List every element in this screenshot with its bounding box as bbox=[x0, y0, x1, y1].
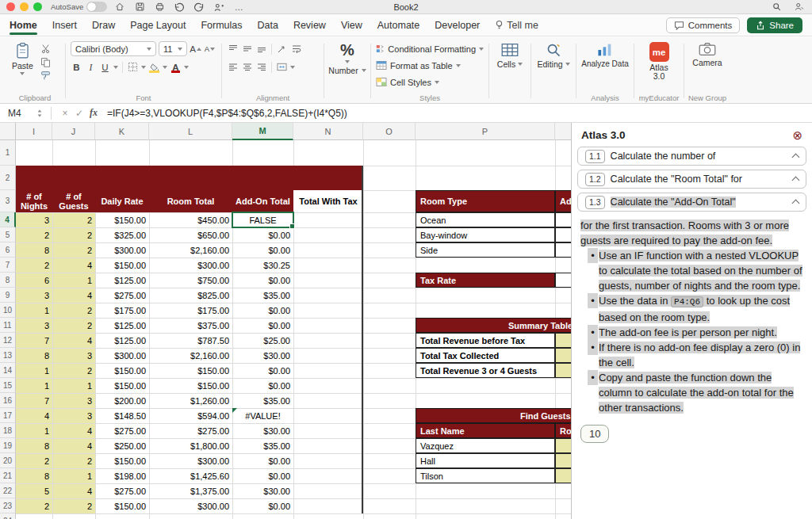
cell-K5[interactable]: $325.00 bbox=[95, 227, 149, 242]
cell-M15[interactable]: $0.00 bbox=[232, 378, 293, 393]
home-icon[interactable] bbox=[113, 1, 127, 13]
cell-M10[interactable]: $0.00 bbox=[232, 303, 293, 318]
cell-K15[interactable]: $150.00 bbox=[95, 378, 149, 393]
minimize-window-button[interactable] bbox=[20, 2, 29, 11]
name-box[interactable]: M4 bbox=[0, 108, 35, 119]
cell-L17[interactable]: $594.00 bbox=[149, 408, 232, 423]
cell-L22[interactable]: $1,375.00 bbox=[149, 483, 232, 498]
atlas-button[interactable]: me Atlas3.0 bbox=[647, 41, 672, 82]
fill-color-button[interactable] bbox=[148, 60, 160, 74]
cell-M7[interactable]: $30.25 bbox=[232, 258, 293, 273]
cell-I17[interactable]: 4 bbox=[16, 408, 52, 423]
tab-developer[interactable]: Developer bbox=[435, 14, 480, 36]
orientation-button[interactable] bbox=[276, 42, 288, 55]
save-icon[interactable] bbox=[132, 1, 147, 13]
autosave-toggle[interactable] bbox=[86, 2, 107, 12]
cell-K12[interactable]: $125.00 bbox=[95, 333, 149, 348]
fill-color-caret[interactable] bbox=[163, 66, 167, 69]
cell-M9[interactable]: $35.00 bbox=[232, 288, 293, 303]
font-color-caret[interactable] bbox=[184, 66, 189, 69]
zoom-window-button[interactable] bbox=[33, 2, 42, 11]
cell-K4[interactable]: $150.00 bbox=[95, 212, 149, 227]
row-header-18[interactable]: 18 bbox=[0, 423, 16, 438]
tax-rate-value-cell[interactable] bbox=[555, 273, 571, 288]
cell-K13[interactable]: $300.00 bbox=[95, 348, 149, 363]
row-header-3[interactable]: 3 bbox=[0, 190, 16, 212]
editing-button[interactable]: Editing bbox=[534, 41, 572, 70]
undo-icon[interactable] bbox=[172, 1, 186, 13]
tab-home[interactable]: Home bbox=[10, 14, 37, 36]
spreadsheet-grid[interactable]: # ofNights# ofGuestsDaily RateRoom Total… bbox=[0, 123, 571, 519]
cells-button[interactable]: Cells bbox=[495, 41, 525, 70]
cell-M8[interactable]: $0.00 bbox=[232, 273, 293, 288]
cell-M16[interactable]: $35.00 bbox=[232, 393, 293, 408]
cell-I6[interactable]: 8 bbox=[16, 242, 52, 258]
percent-caret[interactable] bbox=[345, 60, 350, 63]
cell-M12[interactable]: $25.00 bbox=[232, 333, 293, 348]
column-header-K[interactable]: K bbox=[95, 123, 149, 140]
select-all-button[interactable] bbox=[0, 123, 16, 140]
cell-L7[interactable]: $300.00 bbox=[149, 258, 232, 273]
row-header-6[interactable]: 6 bbox=[0, 242, 16, 258]
cell-I13[interactable]: 8 bbox=[16, 348, 52, 363]
merge-center-button[interactable] bbox=[276, 60, 288, 74]
cell-J10[interactable]: 2 bbox=[52, 303, 95, 318]
cell-J18[interactable]: 4 bbox=[52, 423, 95, 438]
column-header-M[interactable]: M bbox=[232, 123, 293, 140]
row-header-5[interactable]: 5 bbox=[0, 227, 16, 242]
camera-button[interactable]: Camera bbox=[690, 41, 724, 68]
formula-text[interactable]: =IF(J4>=3,VLOOKUP(F4,$P$4:$Q$6,2,FALSE)+… bbox=[107, 108, 347, 119]
cell-K22[interactable]: $275.00 bbox=[95, 483, 149, 498]
account-icon[interactable] bbox=[791, 1, 806, 13]
cell-I9[interactable]: 3 bbox=[16, 288, 52, 303]
format-as-table-button[interactable]: Format as Table bbox=[376, 58, 484, 73]
cell-I22[interactable]: 5 bbox=[16, 483, 52, 498]
cell-K20[interactable]: $150.00 bbox=[95, 453, 149, 468]
underline-caret[interactable] bbox=[113, 66, 118, 69]
task-item-1-3[interactable]: 1.3 Calculate the "Add-On Total" bbox=[577, 193, 806, 212]
row-header-20[interactable]: 20 bbox=[0, 453, 16, 468]
cell-J13[interactable]: 3 bbox=[52, 348, 95, 363]
cell-J16[interactable]: 3 bbox=[52, 393, 95, 408]
column-header-I[interactable]: I bbox=[16, 123, 52, 140]
row-header-16[interactable]: 16 bbox=[0, 393, 16, 408]
row-header-7[interactable]: 7 bbox=[0, 258, 16, 273]
comments-button[interactable]: Comments bbox=[666, 17, 741, 33]
cell-M20[interactable]: $0.00 bbox=[232, 453, 293, 468]
enter-icon[interactable]: ✓ bbox=[72, 108, 86, 119]
cell-J12[interactable]: 4 bbox=[52, 333, 95, 348]
align-middle-button[interactable] bbox=[241, 42, 253, 55]
column-header-N[interactable]: N bbox=[293, 123, 363, 140]
row-header-19[interactable]: 19 bbox=[0, 438, 16, 453]
cell-L19[interactable]: $1,800.00 bbox=[149, 438, 232, 453]
cell-J5[interactable]: 2 bbox=[52, 227, 95, 242]
cell-J14[interactable]: 2 bbox=[52, 363, 95, 378]
guest-room-total-cell[interactable] bbox=[555, 438, 571, 453]
room-type-ocean[interactable]: Ocean bbox=[416, 212, 555, 227]
row-header-21[interactable]: 21 bbox=[0, 468, 16, 483]
cell-K6[interactable]: $300.00 bbox=[95, 242, 149, 258]
chevron-up-icon[interactable] bbox=[792, 154, 800, 162]
guest-last-name[interactable]: Vazquez bbox=[416, 438, 555, 453]
align-left-button[interactable] bbox=[227, 60, 239, 74]
cell-I8[interactable]: 6 bbox=[16, 273, 52, 288]
cell-L5[interactable]: $650.00 bbox=[149, 227, 232, 242]
search-icon[interactable] bbox=[769, 1, 783, 13]
cell-I12[interactable]: 7 bbox=[16, 333, 52, 348]
cell-L9[interactable]: $825.00 bbox=[149, 288, 232, 303]
row-header-17[interactable]: 17 bbox=[0, 408, 16, 423]
cell-I10[interactable]: 1 bbox=[16, 303, 52, 318]
cell-J15[interactable]: 1 bbox=[52, 378, 95, 393]
cell-M4[interactable]: FALSE bbox=[232, 212, 293, 227]
merge-caret[interactable] bbox=[290, 66, 295, 69]
cell-I19[interactable]: 8 bbox=[16, 438, 52, 453]
font-color-button[interactable]: A bbox=[170, 60, 182, 74]
cell-M22[interactable]: $30.00 bbox=[232, 483, 293, 498]
font-name-select[interactable]: Calibri (Body) bbox=[71, 41, 156, 56]
insert-function-button[interactable]: fx bbox=[86, 107, 101, 119]
room-type-fee-cell[interactable] bbox=[555, 212, 571, 227]
summary-value-cell[interactable] bbox=[555, 348, 571, 363]
tab-draw[interactable]: Draw bbox=[92, 14, 115, 36]
borders-caret[interactable] bbox=[141, 66, 146, 69]
bold-button[interactable]: B bbox=[71, 60, 82, 74]
